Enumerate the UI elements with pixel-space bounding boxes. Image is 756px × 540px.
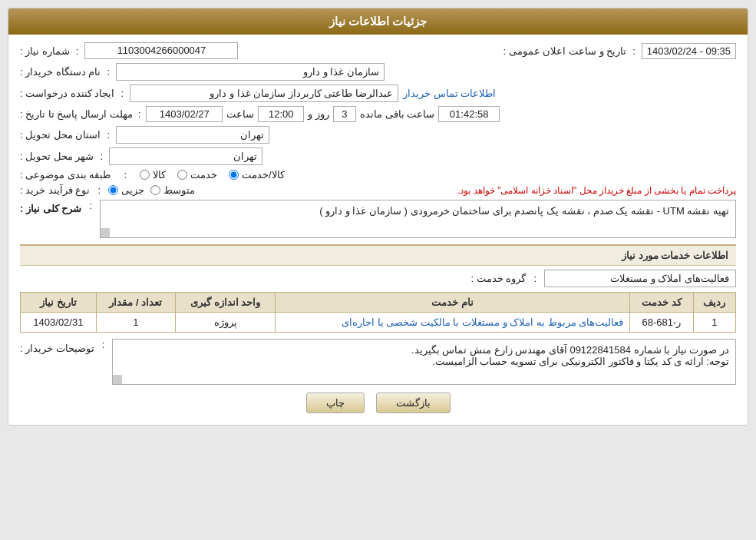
buyer-notes-value: در صورت نیاز با شماره 09122841584 آقای م…: [119, 344, 729, 367]
col-unit: واحد اندازه گیری: [176, 293, 276, 313]
baqi-value: 01:42:58: [438, 106, 500, 122]
farayand-jozii: جزیی: [108, 184, 144, 196]
tarif-kala-radio[interactable]: [140, 170, 150, 180]
col-tarikh: تاریخ نیاز: [21, 293, 97, 313]
group-label: گروه خدمت :: [471, 273, 527, 284]
ostan-label: استان محل تحویل :: [20, 129, 101, 141]
service-table-header-row: ردیف کد خدمت نام خدمت واحد اندازه گیری ت…: [21, 293, 736, 313]
mohlat-date-value: 1403/02/27: [146, 106, 223, 122]
row-mohlat: 01:42:58 ساعت باقی مانده 3 روز و 12:00 س…: [20, 106, 736, 122]
farayand-motavaset-label: متوسط: [163, 184, 195, 196]
nam-dastgah-value: سازمان غذا و دارو: [116, 63, 385, 81]
tarif-kala-khedmat-radio[interactable]: [229, 170, 239, 180]
row-shomara-tarikh: 1403/02/24 - 09:35 : تاریخ و ساعت اعلان …: [20, 42, 736, 59]
tarif-khedmat: خدمت: [177, 169, 217, 181]
farayand-motavaset-radio[interactable]: [150, 185, 160, 195]
buyer-notes-box: در صورت نیاز با شماره 09122841584 آقای م…: [112, 339, 736, 385]
row-ostan: تهران : استان محل تحویل :: [20, 126, 736, 144]
cell-radif: 1: [693, 313, 735, 333]
shomare-label: شماره نیاز :: [20, 45, 70, 57]
row-sharh: تهیه نقشه UTM - نقشه یک صدم ، نقشه یک پا…: [20, 200, 736, 238]
cell-unit: پروژه: [176, 313, 276, 333]
tarif-kala-label: کالا: [153, 169, 166, 181]
table-row: 1 ر-681-68 فعالیت‌های مربوط به املاک و م…: [21, 313, 736, 333]
mohlat-label: مهلت ارسال پاسخ تا تاریخ :: [20, 108, 133, 120]
roz-label: روز و: [308, 108, 329, 120]
tarif-label: طبقه بندی موضوعی :: [20, 169, 111, 181]
cell-name: فعالیت‌های مربوط به املاک و مستغلات با م…: [276, 313, 630, 333]
sharh-value: تهیه نقشه UTM - نقشه یک صدم ، نقشه یک پا…: [107, 205, 729, 217]
buyer-notes-label: توضیحات خریدار :: [20, 339, 94, 354]
print-button[interactable]: چاپ: [306, 393, 365, 413]
service-table: ردیف کد خدمت نام خدمت واحد اندازه گیری ت…: [20, 292, 736, 333]
shahr-label: شهر محل تحویل :: [20, 151, 94, 162]
saat-label: ساعت: [226, 108, 254, 120]
service-table-body: 1 ر-681-68 فعالیت‌های مربوط به املاک و م…: [21, 313, 736, 333]
page-title: جزئیات اطلاعات نیاز: [329, 15, 427, 28]
service-name-link[interactable]: فعالیت‌های مربوط به املاک و مستغلات با م…: [342, 316, 623, 328]
group-value: فعالیت‌های املاک و مستغلات: [544, 270, 736, 287]
card-header: جزئیات اطلاعات نیاز: [8, 8, 748, 35]
farayand-jozii-label: جزیی: [121, 184, 144, 196]
farayand-motavaset: متوسط: [150, 184, 195, 196]
row-tarif: کالا/خدمت خدمت کالا : طبقه بندی موضوعی :: [20, 169, 736, 181]
col-code: کد خدمت: [630, 293, 694, 313]
page-wrapper: جزئیات اطلاعات نیاز 1403/02/24 - 09:35 :…: [0, 0, 756, 540]
main-card: جزئیات اطلاعات نیاز 1403/02/24 - 09:35 :…: [8, 8, 748, 426]
sharh-box: تهیه نقشه UTM - نقشه یک صدم ، نقشه یک پا…: [100, 200, 736, 238]
roz-value: 3: [333, 106, 356, 122]
resize-handle[interactable]: [101, 228, 110, 237]
saat-value: 12:00: [258, 106, 304, 122]
col-name: نام خدمت: [276, 293, 630, 313]
cell-tarikh: 1403/02/31: [21, 313, 97, 333]
card-body: 1403/02/24 - 09:35 : تاریخ و ساعت اعلان …: [8, 35, 748, 425]
row-buyer-notes: در صورت نیاز با شماره 09122841584 آقای م…: [20, 339, 736, 385]
ostan-value: تهران: [116, 126, 269, 144]
row-ejad: اطلاعات تماس خریدار عبدالرضا طاعتی کاربر…: [20, 84, 736, 102]
shahr-value: تهران: [109, 147, 262, 165]
tarif-kala-khedmat-label: کالا/خدمت: [242, 169, 285, 181]
service-table-head: ردیف کد خدمت نام خدمت واحد اندازه گیری ت…: [21, 293, 736, 313]
farayand-jozii-radio[interactable]: [108, 185, 118, 195]
khadamat-section-header: اطلاعات خدمات مورد نیاز: [20, 244, 736, 266]
cell-code: ر-681-68: [630, 313, 694, 333]
farayand-label: نوع فرآیند خرید :: [20, 184, 90, 196]
nam-dastgah-label: نام دستگاه خریدار :: [20, 66, 101, 78]
row-group: فعالیت‌های املاک و مستغلات : گروه خدمت :: [20, 270, 736, 287]
col-radif: ردیف: [693, 293, 735, 313]
ejad-label: ایجاد کننده درخواست :: [20, 88, 114, 99]
tarif-kala-khedmat: کالا/خدمت: [229, 169, 285, 181]
baqi-label: ساعت باقی مانده: [360, 108, 434, 120]
tarikh-value: 1403/02/24 - 09:35: [642, 43, 736, 59]
tarikh-group: 1403/02/24 - 09:35 : تاریخ و ساعت اعلان …: [503, 43, 736, 59]
sharh-label: شرح کلی نیاز :: [20, 203, 81, 214]
notes-resize-handle[interactable]: [113, 375, 122, 384]
tarikh-label: تاریخ و ساعت اعلان عمومی :: [503, 45, 627, 57]
row-nam-dastgah: سازمان غذا و دارو : نام دستگاه خریدار :: [20, 63, 736, 81]
cell-tedad: 1: [96, 313, 175, 333]
khadamat-label: اطلاعات خدمات مورد نیاز: [622, 250, 728, 261]
row-shahr: تهران : شهر محل تحویل :: [20, 147, 736, 165]
back-button[interactable]: بازگشت: [376, 393, 451, 413]
row-farayand: پرداخت تمام یا بخشی از مبلغ خریداز محل "…: [20, 184, 736, 196]
ejad-link[interactable]: اطلاعات تماس خریدار: [403, 88, 496, 99]
tarif-khedmat-label: خدمت: [190, 169, 217, 181]
tarif-kala: کالا: [140, 169, 166, 181]
shomare-group: 1103004266000047 : شماره نیاز :: [20, 42, 238, 59]
col-tedad: تعداد / مقدار: [96, 293, 175, 313]
farayand-warning: پرداخت تمام یا بخشی از مبلغ خریداز محل "…: [201, 185, 736, 196]
tarif-khedmat-radio[interactable]: [177, 170, 187, 180]
ejad-value: عبدالرضا طاعتی کاربرداز سازمان غذا و دار…: [130, 84, 398, 102]
btn-row: بازگشت چاپ: [20, 393, 736, 413]
shomare-value: 1103004266000047: [84, 42, 238, 59]
